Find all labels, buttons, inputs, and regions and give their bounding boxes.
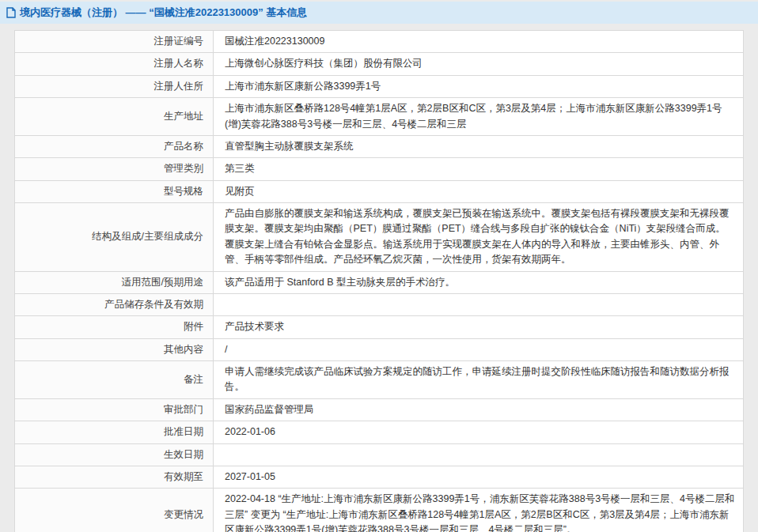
row-value: / xyxy=(214,338,744,360)
row-label: 产品名称 xyxy=(15,135,214,157)
row-label: 附件 xyxy=(15,316,214,338)
table-row: 审批部门国家药品监督管理局 xyxy=(15,398,744,421)
row-label: 备注 xyxy=(15,361,214,399)
row-label: 审批部门 xyxy=(15,398,214,421)
row-value: 该产品适用于 Stanford B 型主动脉夹层的手术治疗。 xyxy=(214,271,744,293)
row-value: 国家药品监督管理局 xyxy=(214,398,744,421)
row-label: 结构及组成/主要组成成分 xyxy=(15,203,214,272)
table-row: 注册人住所上海市浦东新区康新公路3399弄1号 xyxy=(15,75,744,97)
row-label: 其他内容 xyxy=(15,338,214,360)
table-row: 变更情况2022-04-18 “生产地址:上海市浦东新区康新公路3399弄1号，… xyxy=(15,489,744,532)
table-row: 生效日期 xyxy=(15,443,744,466)
row-value: 产品技术要求 xyxy=(214,316,744,338)
row-label: 注册人名称 xyxy=(15,53,214,75)
row-value: 上海市浦东新区叠桥路128号4幢第1层A区，第2层B区和C区，第3层及第4层；上… xyxy=(214,98,744,136)
row-value: 申请人需继续完成该产品临床试验方案规定的随访工作，申请延续注册时提交阶段性临床随… xyxy=(214,361,744,399)
row-label: 生产地址 xyxy=(15,98,214,136)
table-row: 适用范围/预期用途该产品适用于 Stanford B 型主动脉夹层的手术治疗。 xyxy=(15,271,744,293)
table-row: 有效期至2027-01-05 xyxy=(15,466,744,488)
row-value: 上海微创心脉医疗科技（集团）股份有限公司 xyxy=(214,53,744,75)
row-value xyxy=(214,293,744,315)
table-row: 其他内容/ xyxy=(15,338,744,360)
row-label: 型号规格 xyxy=(15,180,214,202)
table-row: 注册证编号国械注准20223130009 xyxy=(15,31,744,53)
row-label: 注册人住所 xyxy=(15,75,214,97)
table-row: 附件产品技术要求 xyxy=(15,316,744,338)
row-label: 有效期至 xyxy=(15,466,214,488)
table-row: 产品储存条件及有效期 xyxy=(15,293,744,315)
document-icon xyxy=(6,7,16,18)
row-label: 注册证编号 xyxy=(15,31,214,53)
table-row: 管理类别第三类 xyxy=(15,158,744,180)
row-label: 适用范围/预期用途 xyxy=(15,271,214,293)
row-value: 2027-01-05 xyxy=(214,466,744,488)
row-label: 管理类别 xyxy=(15,158,214,180)
row-value: 产品由自膨胀的覆膜支架和输送系统构成，覆膜支架已预装在输送系统中。覆膜支架包括有… xyxy=(214,203,744,272)
row-value: 直管型胸主动脉覆膜支架系统 xyxy=(214,135,744,157)
page-title: 境内医疗器械（注册） —— “国械注准20223130009” 基本信息 xyxy=(20,6,307,20)
table-row: 生产地址上海市浦东新区叠桥路128号4幢第1层A区，第2层B区和C区，第3层及第… xyxy=(15,98,744,136)
table-row: 注册人名称上海微创心脉医疗科技（集团）股份有限公司 xyxy=(15,53,744,75)
table-row: 型号规格见附页 xyxy=(15,180,744,202)
row-label: 产品储存条件及有效期 xyxy=(15,293,214,315)
row-label: 生效日期 xyxy=(15,443,214,466)
row-value: 2022-01-06 xyxy=(214,421,744,443)
row-value xyxy=(214,443,744,466)
table-row: 产品名称直管型胸主动脉覆膜支架系统 xyxy=(15,135,744,157)
row-label: 变更情况 xyxy=(15,489,214,532)
page-header: 境内医疗器械（注册） —— “国械注准20223130009” 基本信息 xyxy=(0,2,758,24)
row-label: 批准日期 xyxy=(15,421,214,443)
table-row: 备注申请人需继续完成该产品临床试验方案规定的随访工作，申请延续注册时提交阶段性临… xyxy=(15,361,744,399)
table-row: 结构及组成/主要组成成分产品由自膨胀的覆膜支架和输送系统构成，覆膜支架已预装在输… xyxy=(15,203,744,272)
table-row: 批准日期2022-01-06 xyxy=(15,421,744,443)
row-value: 见附页 xyxy=(214,180,744,202)
info-table: 注册证编号国械注准20223130009注册人名称上海微创心脉医疗科技（集团）股… xyxy=(14,30,744,532)
row-value: 第三类 xyxy=(214,158,744,180)
row-value: 国械注准20223130009 xyxy=(214,31,744,53)
row-value: 2022-04-18 “生产地址:上海市浦东新区康新公路3399弄1号，浦东新区… xyxy=(214,489,744,532)
row-value: 上海市浦东新区康新公路3399弄1号 xyxy=(214,75,744,97)
info-table-body: 注册证编号国械注准20223130009注册人名称上海微创心脉医疗科技（集团）股… xyxy=(15,31,744,532)
